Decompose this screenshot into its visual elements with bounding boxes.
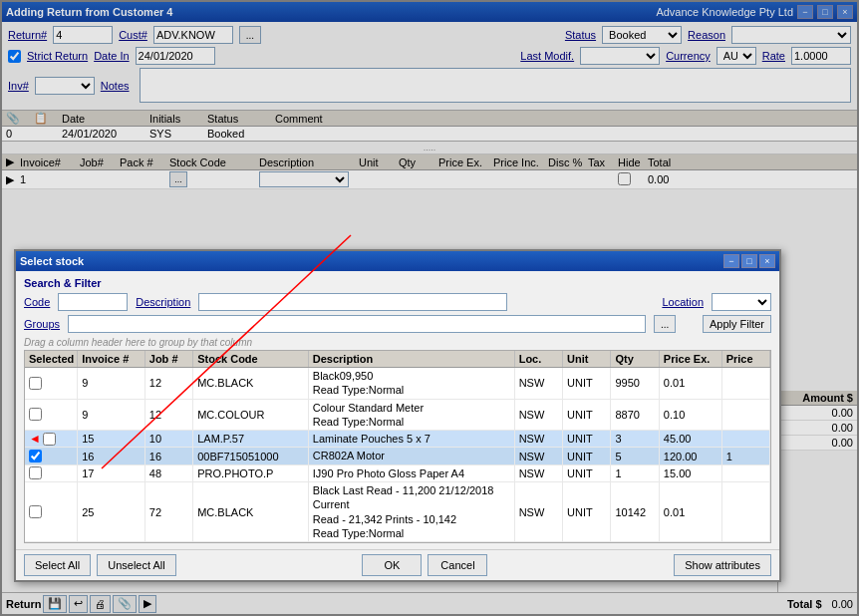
apply-filter-button[interactable]: Apply Filter [703, 315, 771, 333]
row4-unit: UNIT [563, 448, 611, 463]
stock-table-header: Selected Invoice # Job # Stock Code Desc… [25, 351, 770, 368]
th-price: Price [722, 351, 770, 367]
row5-selected [25, 465, 78, 481]
row5-price [722, 465, 770, 481]
modal-close-button[interactable]: × [759, 254, 775, 268]
row1-desc1: Black09,950 [313, 369, 374, 383]
show-attributes-button[interactable]: Show attributes [674, 554, 771, 576]
th-description: Description [309, 351, 515, 367]
stock-row-4: 16 16 00BF715051000 CR802A Motor NSW UNI… [25, 448, 770, 464]
row1-unit: UNIT [563, 368, 611, 399]
row4-invoice: 16 [78, 448, 145, 463]
groups-dots-button[interactable]: ... [654, 315, 676, 333]
row6-desc3: Read Type:Normal [313, 526, 405, 540]
row6-loc: NSW [515, 482, 563, 541]
modal-title-text: Select stock [20, 255, 84, 267]
row1-price [722, 368, 770, 399]
row6-job: 72 [145, 482, 193, 541]
stock-row-5: 17 48 PRO.PHOTO.P IJ90 Pro Photo Gloss P… [25, 465, 770, 482]
main-window: Adding Return from Customer 4 Advance Kn… [0, 0, 859, 616]
row5-loc: NSW [515, 465, 563, 481]
row3-price-ex: 45.00 [660, 431, 722, 447]
select-stock-modal: Select stock − □ × Search & Filter Code … [14, 249, 781, 582]
row6-stock-code: MC.BLACK [193, 482, 309, 541]
cancel-button[interactable]: Cancel [428, 554, 487, 576]
stock-row-6: 25 72 MC.BLACK Black Last Read - 11,200 … [25, 482, 770, 542]
row5-checkbox[interactable] [29, 466, 42, 479]
row6-price-ex: 0.01 [660, 482, 722, 541]
stock-row-3: ◄ 15 10 LAM.P.57 Laminate Pouches 5 x 7 … [25, 431, 770, 448]
row2-price-ex: 0.10 [660, 400, 722, 431]
modal-footer: Select All Unselect All OK Cancel Show a… [16, 549, 779, 580]
drag-hint: Drag a column header here to group by th… [24, 337, 771, 348]
row4-job: 16 [145, 448, 193, 463]
row5-stock-code: PRO.PHOTO.P [193, 465, 309, 481]
row2-checkbox[interactable] [29, 408, 42, 421]
row4-selected [25, 448, 78, 463]
row4-checkbox[interactable] [29, 450, 42, 462]
select-all-button[interactable]: Select All [24, 554, 91, 576]
row6-unit: UNIT [563, 482, 611, 541]
modal-footer-left: Select All Unselect All [24, 554, 176, 576]
row2-desc2: Read Type:Normal [313, 415, 405, 429]
location-label: Location [662, 296, 704, 308]
row6-checkbox[interactable] [29, 505, 42, 518]
modal-maximize-button[interactable]: □ [741, 254, 757, 268]
location-select[interactable] [712, 293, 771, 311]
row5-unit: UNIT [563, 465, 611, 481]
row4-price: 1 [722, 448, 770, 463]
row5-qty: 1 [611, 465, 659, 481]
modal-footer-right: Show attributes [674, 554, 771, 576]
row5-job: 48 [145, 465, 193, 481]
row5-desc: IJ90 Pro Photo Gloss Paper A4 [309, 465, 515, 481]
row1-checkbox[interactable] [29, 377, 42, 390]
row2-stock-code: MC.COLOUR [193, 400, 309, 431]
row1-desc2: Read Type:Normal [313, 383, 405, 397]
modal-minimize-button[interactable]: − [723, 254, 739, 268]
row6-desc: Black Last Read - 11,200 21/12/2018 Curr… [309, 482, 515, 541]
description-filter-input[interactable] [198, 293, 507, 311]
row1-invoice: 9 [78, 368, 145, 399]
row4-price-ex: 120.00 [660, 448, 722, 463]
unselect-all-button[interactable]: Unselect All [97, 554, 175, 576]
row3-checkbox[interactable] [43, 433, 56, 446]
row2-desc: Colour Standard Meter Read Type:Normal [309, 400, 515, 431]
ok-button[interactable]: OK [362, 554, 422, 576]
row1-loc: NSW [515, 368, 563, 399]
row1-price-ex: 0.01 [660, 368, 722, 399]
row6-price [722, 482, 770, 541]
filter-row-2: Groups ... Apply Filter [24, 315, 771, 333]
row2-selected [25, 400, 78, 431]
row6-selected [25, 482, 78, 541]
row3-desc1: Laminate Pouches 5 x 7 [313, 432, 430, 446]
row3-invoice: 15 [78, 431, 145, 447]
row1-stock-code: MC.BLACK [193, 368, 309, 399]
row3-qty: 3 [611, 431, 659, 447]
red-arrow-icon: ◄ [29, 432, 41, 446]
row6-invoice: 25 [78, 482, 145, 541]
row3-selected: ◄ [25, 431, 78, 447]
th-unit: Unit [563, 351, 611, 367]
th-invoice: Invoice # [78, 351, 145, 367]
groups-input[interactable] [68, 315, 646, 333]
row1-qty: 9950 [611, 368, 659, 399]
row3-price [722, 431, 770, 447]
filter-row-1: Code Description Location [24, 293, 771, 311]
row3-job: 10 [145, 431, 193, 447]
th-selected: Selected [25, 351, 78, 367]
row2-loc: NSW [515, 400, 563, 431]
code-label: Code [24, 296, 50, 308]
row1-job: 12 [145, 368, 193, 399]
th-stock-code: Stock Code [193, 351, 309, 367]
row2-desc1: Colour Standard Meter [313, 401, 424, 415]
th-qty: Qty [611, 351, 659, 367]
row6-desc1: Black Last Read - 11,200 21/12/2018 Curr… [313, 483, 510, 512]
description-filter-label: Description [136, 296, 190, 308]
modal-title-bar: Select stock − □ × [16, 251, 779, 271]
stock-row-1: 9 12 MC.BLACK Black09,950 Read Type:Norm… [25, 368, 770, 400]
groups-label: Groups [24, 318, 60, 330]
code-input[interactable] [58, 293, 128, 311]
row5-invoice: 17 [78, 465, 145, 481]
row3-loc: NSW [515, 431, 563, 447]
th-job: Job # [145, 351, 193, 367]
